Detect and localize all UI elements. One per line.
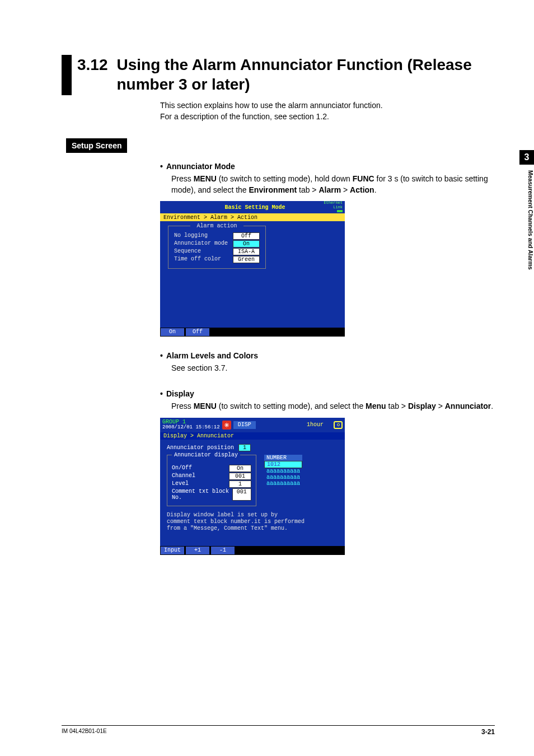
value-time-off-color[interactable]: Green xyxy=(233,256,260,263)
ss1-breadcrumb: Environment > Alarm > Action xyxy=(160,213,345,221)
setup-screen-heading: Setup Screen xyxy=(66,138,127,153)
alarm-levels-heading: •Alarm Levels and Colors xyxy=(160,351,495,360)
row-comment-block: Comment txt block No. 001 xyxy=(172,488,251,501)
time-range: 1hour xyxy=(307,422,324,428)
label-level: Level xyxy=(172,480,189,488)
page-number: 3-21 xyxy=(481,728,495,736)
ethernet-indicator: Ethernet Link xyxy=(324,201,343,213)
row-time-off-color: Time off color Green xyxy=(174,256,260,263)
section-header: 3.12 Using the Alarm Annunciator Functio… xyxy=(62,55,495,95)
section-title: Using the Alarm Annunciator Function (Re… xyxy=(117,55,495,95)
value-sequence[interactable]: ISA-A xyxy=(233,248,260,255)
intro-line-1: This section explains how to use the ala… xyxy=(160,100,495,111)
screenshot-display-annunciator: GROUP 1 2008/12/01 15:56:12 DISP 1hour D… xyxy=(160,418,345,555)
ss1-body: Alarm action No logging Off Annunciator … xyxy=(160,221,345,328)
link-icon xyxy=(337,210,343,212)
chapter-label: Measurement Channels and Alarms xyxy=(527,165,534,270)
group-info: GROUP 1 2008/12/01 15:56:12 xyxy=(162,419,220,431)
softkey-off[interactable]: Off xyxy=(186,328,209,336)
side-tab: 3 Measurement Channels and Alarms xyxy=(517,150,534,270)
annunciator-position-row: Annunciator position 1 xyxy=(167,444,338,451)
timestamp: 2008/12/01 15:56:12 xyxy=(162,425,220,430)
alarm-action-legend: Alarm action xyxy=(190,223,243,229)
snapshot-icon[interactable] xyxy=(334,421,343,429)
softkey-minus1[interactable]: -1 xyxy=(211,547,235,554)
label-annunciator-mode: Annunciator mode xyxy=(174,240,228,248)
value-level[interactable]: 1 xyxy=(229,480,251,488)
display-title: Display xyxy=(166,389,194,398)
number-header: NUMBER xyxy=(264,455,302,461)
screenshot-basic-setting-mode: Basic Setting Mode Ethernet Link Environ… xyxy=(160,201,345,337)
ss1-titlebar: Basic Setting Mode Ethernet Link xyxy=(160,201,345,213)
ss2-body: Annunciator position 1 Annunciator displ… xyxy=(160,440,345,546)
manual-id: IM 04L42B01-01E xyxy=(62,728,107,736)
ss1-title: Basic Setting Mode xyxy=(225,204,285,211)
softkey-plus1[interactable]: +1 xyxy=(186,547,209,554)
ss2-softkeys: Input +1 -1 xyxy=(160,546,345,555)
chapter-number: 3 xyxy=(519,150,534,165)
value-comment-block[interactable]: 001 xyxy=(232,488,251,501)
number-selected[interactable]: 1012 xyxy=(264,461,302,468)
header-bar xyxy=(62,55,72,95)
label-channel: Channel xyxy=(172,473,195,480)
value-onoff[interactable]: On xyxy=(229,465,251,472)
annunciator-mode-heading: •Annunciator Mode xyxy=(160,162,495,171)
annunciator-mode-text: Press MENU (to switch to setting mode), … xyxy=(171,173,495,196)
ss2-breadcrumb: Display > Annunciator xyxy=(160,432,345,440)
value-no-logging[interactable]: Off xyxy=(233,232,260,240)
ss1-softkeys: On Off xyxy=(160,328,345,337)
alarm-action-group: Alarm action No logging Off Annunciator … xyxy=(168,226,266,269)
annunciator-mode-title: Annunciator Mode xyxy=(166,162,235,171)
label-time-off-color: Time off color xyxy=(174,256,221,263)
row-onoff: On/Off On xyxy=(172,465,251,472)
number-a3: aaaaaaaaaa xyxy=(264,480,302,487)
annunciator-position-value[interactable]: 1 xyxy=(238,444,251,451)
label-sequence: Sequence xyxy=(174,248,201,255)
number-a1: aaaaaaaaaa xyxy=(264,468,302,474)
row-level: Level 1 xyxy=(172,480,251,488)
intro-line-2: For a description of the function, see s… xyxy=(160,111,495,122)
number-box: NUMBER 1012 aaaaaaaaaa aaaaaaaaaa aaaaaa… xyxy=(264,455,302,506)
intro-text: This section explains how to use the ala… xyxy=(160,100,495,123)
softkey-input[interactable]: Input xyxy=(161,547,184,554)
annunciator-position-label: Annunciator position xyxy=(167,445,234,451)
label-no-logging: No logging xyxy=(174,232,208,240)
label-comment-block: Comment txt block No. xyxy=(172,488,232,501)
alarm-levels-text: See section 3.7. xyxy=(171,362,495,374)
row-annunciator-mode: Annunciator mode On xyxy=(174,240,260,248)
section-number: 3.12 xyxy=(77,55,108,95)
value-channel[interactable]: 001 xyxy=(229,473,251,480)
annunciator-display-group: Annunciator display On/Off On Channel 00… xyxy=(167,455,256,506)
row-no-logging: No logging Off xyxy=(174,232,260,240)
ss2-titlebar: GROUP 1 2008/12/01 15:56:12 DISP 1hour xyxy=(160,418,345,432)
alarm-levels-title: Alarm Levels and Colors xyxy=(166,351,258,360)
label-onoff: On/Off xyxy=(172,465,192,472)
display-heading: •Display xyxy=(160,389,495,398)
row-sequence: Sequence ISA-A xyxy=(174,248,260,255)
softkey-on[interactable]: On xyxy=(161,328,184,336)
hint-text: Display window label is set up by commen… xyxy=(167,512,338,532)
disp-button[interactable]: DISP xyxy=(233,421,256,429)
value-annunciator-mode[interactable]: On xyxy=(233,240,260,248)
page-footer: IM 04L42B01-01E 3-21 xyxy=(62,725,495,736)
number-a2: aaaaaaaaaa xyxy=(264,474,302,480)
row-channel: Channel 001 xyxy=(172,473,251,480)
record-icon xyxy=(222,421,231,430)
annunciator-display-legend: Annunciator display xyxy=(172,452,240,458)
display-text: Press MENU (to switch to setting mode), … xyxy=(171,400,495,412)
